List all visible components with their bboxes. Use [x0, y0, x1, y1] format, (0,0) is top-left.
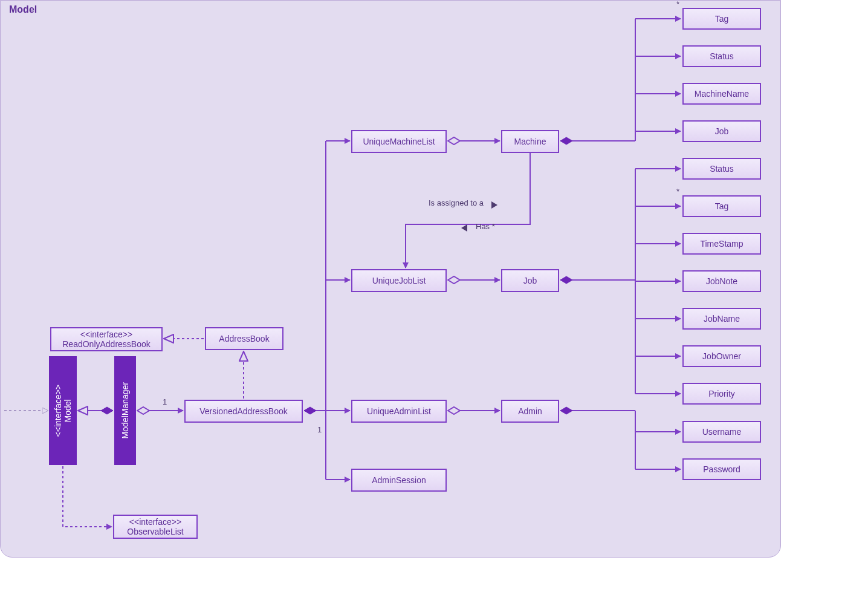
attr-jobname: JobName — [682, 308, 761, 330]
model-interface: <<interface>>Model — [49, 356, 77, 465]
job: Job — [501, 269, 559, 292]
machine: Machine — [501, 130, 559, 153]
attr-tag-job: Tag — [682, 195, 761, 217]
addressbook: AddressBook — [205, 327, 283, 350]
model-manager: ModelManager — [114, 356, 136, 465]
admin: Admin — [501, 400, 559, 423]
attr-tag-machine: Tag — [682, 8, 761, 30]
unique-admin-list: UniqueAdminList — [351, 400, 447, 423]
attr-status-job: Status — [682, 158, 761, 180]
attr-username: Username — [682, 421, 761, 443]
attr-jobowner: JobOwner — [682, 345, 761, 367]
unique-machine-list: UniqueMachineList — [351, 130, 447, 153]
attr-job-machine: Job — [682, 120, 761, 142]
label-has: Has * — [476, 222, 495, 231]
model-frame: Model — [0, 0, 781, 558]
attr-machinename: MachineName — [682, 83, 761, 105]
frame-title: Model — [9, 4, 37, 15]
mult-mm-vab: 1 — [163, 397, 167, 406]
readonly-addressbook: <<interface>>ReadOnlyAddressBook — [50, 327, 163, 351]
mult-tag2: * — [676, 187, 679, 196]
versioned-addressbook: VersionedAddressBook — [184, 400, 303, 423]
attr-jobnote: JobNote — [682, 270, 761, 292]
unique-job-list: UniqueJobList — [351, 269, 447, 292]
admin-session: AdminSession — [351, 469, 447, 492]
attr-priority: Priority — [682, 383, 761, 405]
attr-status-machine: Status — [682, 45, 761, 67]
attr-password: Password — [682, 458, 761, 480]
label-assigned: Is assigned to a — [429, 198, 484, 207]
mult-tag1: * — [676, 0, 679, 8]
attr-timestamp: TimeStamp — [682, 233, 761, 255]
mult-vab-bottom: 1 — [317, 425, 322, 434]
observablelist: <<interface>>ObservableList — [113, 515, 198, 539]
